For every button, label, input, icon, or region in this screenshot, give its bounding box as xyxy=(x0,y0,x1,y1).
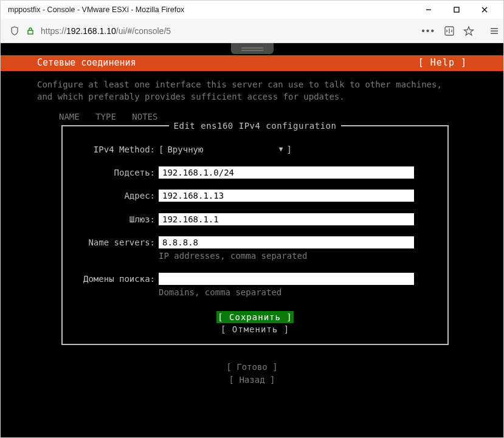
nameservers-hint: IP addresses, comma separated xyxy=(159,250,437,262)
console-tab-handle[interactable] xyxy=(231,43,274,54)
back-button[interactable]: [ Назад ] xyxy=(229,375,275,385)
chevron-down-icon: ▼ xyxy=(279,145,283,154)
col-type: TYPE xyxy=(95,112,116,121)
window-maximize-button[interactable] xyxy=(443,1,471,19)
subnet-label: Подсеть: xyxy=(74,166,159,179)
url-path: /ui/#/console/5 xyxy=(116,26,171,36)
footer-buttons: [ Готово ] [ Назад ] xyxy=(1,361,503,386)
searchdomains-hint: Domains, comma separated xyxy=(159,286,437,298)
method-label: IPv4 Method: xyxy=(74,143,159,156)
gateway-input[interactable]: 192.168.1.1 xyxy=(159,213,414,225)
bookmark-star-icon[interactable] xyxy=(463,26,474,36)
cancel-button[interactable]: [ Отменить ] xyxy=(221,323,289,335)
window-close-button[interactable] xyxy=(471,1,499,19)
vm-console[interactable]: Сетевые соединения [ Help ] Configure at… xyxy=(1,43,503,437)
browser-toolbar: https://192.168.1.10/ui/#/console/5 ••• xyxy=(1,19,503,43)
save-button[interactable]: [ Сохранить ] xyxy=(216,311,294,323)
reader-mode-icon[interactable] xyxy=(444,26,455,36)
done-button[interactable]: [ Готово ] xyxy=(226,362,277,372)
searchdomains-input[interactable] xyxy=(159,273,414,285)
col-name: NAME xyxy=(59,112,80,121)
gateway-label: Шлюз: xyxy=(74,213,159,225)
address-label: Адрес: xyxy=(74,190,159,202)
nameservers-input[interactable]: 8.8.8.8 xyxy=(159,236,414,248)
url-prefix: https:// xyxy=(41,26,66,36)
svg-rect-4 xyxy=(28,30,33,34)
tui-header-title: Сетевые соединения xyxy=(37,56,418,70)
ipv4-config-dialog: Edit ens160 IPv4 configuration IPv4 Meth… xyxy=(61,125,449,345)
address-bar[interactable]: https://192.168.1.10/ui/#/console/5 xyxy=(4,21,416,41)
window-titlebar: mppostfix - Console - VMware ESXi - Mozi… xyxy=(1,1,503,19)
col-notes: NOTES xyxy=(132,112,157,121)
lock-icon xyxy=(25,26,36,36)
searchdomains-label: Домены поиска: xyxy=(74,273,159,285)
window-minimize-button[interactable] xyxy=(415,1,443,19)
shield-icon xyxy=(9,26,20,36)
hamburger-menu-icon[interactable] xyxy=(489,26,500,36)
page-actions-icon[interactable]: ••• xyxy=(421,26,435,36)
nameservers-label: Name servers: xyxy=(74,236,159,248)
method-dropdown[interactable]: [ Вручную▼ ] xyxy=(159,143,437,156)
svg-rect-1 xyxy=(454,7,459,12)
help-button[interactable]: [ Help ] xyxy=(418,56,467,70)
address-input[interactable]: 192.168.1.13 xyxy=(159,190,414,202)
subnet-input[interactable]: 192.168.1.0/24 xyxy=(159,166,414,179)
url-text: https://192.168.1.10/ui/#/console/5 xyxy=(41,26,171,36)
tui-description: Configure at least one interface this se… xyxy=(1,71,503,107)
tui-header: Сетевые соединения [ Help ] xyxy=(1,55,503,71)
window-title: mppostfix - Console - VMware ESXi - Mozi… xyxy=(5,5,415,14)
dialog-title: Edit ens160 IPv4 configuration xyxy=(169,120,342,132)
url-host: 192.168.1.10 xyxy=(66,26,116,36)
method-value: Вручную xyxy=(167,143,203,156)
